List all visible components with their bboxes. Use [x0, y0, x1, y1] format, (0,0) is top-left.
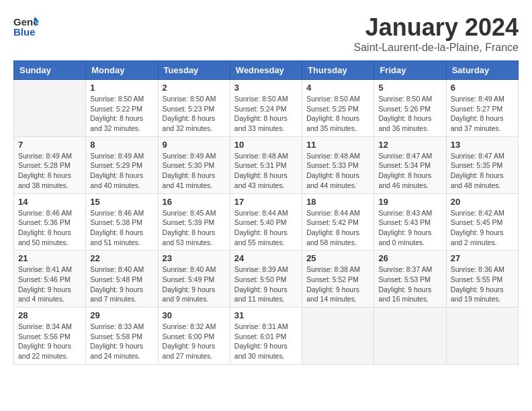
calendar-cell: 18Sunrise: 8:44 AM Sunset: 5:42 PM Dayli… — [302, 193, 374, 250]
day-number: 28 — [18, 310, 81, 320]
day-info: Sunrise: 8:46 AM Sunset: 5:38 PM Dayligh… — [90, 208, 153, 248]
day-number: 8 — [90, 140, 153, 150]
day-info: Sunrise: 8:42 AM Sunset: 5:45 PM Dayligh… — [451, 208, 514, 248]
calendar-cell: 12Sunrise: 8:47 AM Sunset: 5:34 PM Dayli… — [374, 136, 446, 193]
day-info: Sunrise: 8:48 AM Sunset: 5:33 PM Dayligh… — [306, 151, 369, 191]
calendar-cell: 11Sunrise: 8:48 AM Sunset: 5:33 PM Dayli… — [302, 136, 374, 193]
calendar-cell: 3Sunrise: 8:50 AM Sunset: 5:24 PM Daylig… — [230, 80, 302, 137]
weekday-header-monday: Monday — [86, 61, 158, 80]
calendar-cell: 25Sunrise: 8:38 AM Sunset: 5:52 PM Dayli… — [302, 250, 374, 308]
calendar-cell: 2Sunrise: 8:50 AM Sunset: 5:23 PM Daylig… — [158, 80, 230, 137]
calendar-cell: 29Sunrise: 8:33 AM Sunset: 5:58 PM Dayli… — [86, 308, 158, 365]
week-row-2: 7Sunrise: 8:49 AM Sunset: 5:28 PM Daylig… — [14, 136, 519, 193]
week-row-1: 1Sunrise: 8:50 AM Sunset: 5:22 PM Daylig… — [14, 80, 519, 137]
svg-text:Blue: Blue — [13, 26, 36, 38]
calendar-cell: 22Sunrise: 8:40 AM Sunset: 5:48 PM Dayli… — [86, 250, 158, 308]
day-number: 14 — [18, 197, 81, 207]
weekday-header-wednesday: Wednesday — [230, 61, 302, 80]
day-info: Sunrise: 8:39 AM Sunset: 5:50 PM Dayligh… — [234, 265, 298, 304]
calendar-cell: 31Sunrise: 8:31 AM Sunset: 6:01 PM Dayli… — [230, 308, 302, 365]
day-number: 13 — [451, 140, 514, 150]
day-number: 11 — [306, 140, 369, 150]
day-info: Sunrise: 8:37 AM Sunset: 5:53 PM Dayligh… — [378, 265, 441, 304]
day-info: Sunrise: 8:48 AM Sunset: 5:31 PM Dayligh… — [234, 151, 298, 191]
day-info: Sunrise: 8:47 AM Sunset: 5:35 PM Dayligh… — [451, 151, 514, 191]
day-info: Sunrise: 8:49 AM Sunset: 5:27 PM Dayligh… — [451, 94, 514, 134]
calendar-body: 1Sunrise: 8:50 AM Sunset: 5:22 PM Daylig… — [14, 80, 519, 365]
day-number: 2 — [163, 83, 226, 93]
day-number: 7 — [18, 140, 81, 150]
day-number: 5 — [378, 83, 441, 93]
calendar-cell — [302, 308, 374, 365]
logo-icon: General Blue — [13, 13, 39, 39]
week-row-5: 28Sunrise: 8:34 AM Sunset: 5:56 PM Dayli… — [14, 308, 519, 365]
calendar-cell: 15Sunrise: 8:46 AM Sunset: 5:38 PM Dayli… — [86, 193, 158, 250]
calendar-cell: 21Sunrise: 8:41 AM Sunset: 5:46 PM Dayli… — [14, 250, 86, 308]
day-info: Sunrise: 8:38 AM Sunset: 5:52 PM Dayligh… — [306, 265, 369, 304]
day-info: Sunrise: 8:40 AM Sunset: 5:49 PM Dayligh… — [163, 265, 226, 304]
day-number: 21 — [18, 253, 81, 263]
day-number: 1 — [90, 83, 153, 93]
day-info: Sunrise: 8:44 AM Sunset: 5:40 PM Dayligh… — [234, 208, 298, 248]
day-number: 26 — [378, 253, 441, 263]
day-number: 15 — [90, 197, 153, 207]
calendar-cell: 19Sunrise: 8:43 AM Sunset: 5:43 PM Dayli… — [374, 193, 446, 250]
calendar-cell: 24Sunrise: 8:39 AM Sunset: 5:50 PM Dayli… — [230, 250, 302, 308]
day-info: Sunrise: 8:44 AM Sunset: 5:42 PM Dayligh… — [306, 208, 369, 248]
calendar-cell — [374, 308, 446, 365]
logo: General Blue — [13, 13, 39, 39]
calendar-cell: 17Sunrise: 8:44 AM Sunset: 5:40 PM Dayli… — [230, 193, 302, 250]
day-number: 19 — [378, 197, 441, 207]
calendar-cell: 30Sunrise: 8:32 AM Sunset: 6:00 PM Dayli… — [158, 308, 230, 365]
day-number: 24 — [234, 253, 298, 263]
page-header: General Blue January 2024 Saint-Laurent-… — [13, 13, 519, 54]
title-section: January 2024 Saint-Laurent-de-la-Plaine,… — [354, 13, 519, 54]
day-number: 20 — [451, 197, 514, 207]
day-info: Sunrise: 8:36 AM Sunset: 5:55 PM Dayligh… — [451, 265, 514, 304]
day-number: 12 — [378, 140, 441, 150]
calendar-cell: 8Sunrise: 8:49 AM Sunset: 5:29 PM Daylig… — [86, 136, 158, 193]
weekday-row: SundayMondayTuesdayWednesdayThursdayFrid… — [14, 61, 519, 80]
calendar-header: SundayMondayTuesdayWednesdayThursdayFrid… — [14, 61, 519, 80]
day-number: 25 — [306, 253, 369, 263]
day-number: 22 — [90, 253, 153, 263]
day-number: 4 — [306, 83, 369, 93]
day-number: 30 — [163, 310, 226, 320]
calendar-cell: 10Sunrise: 8:48 AM Sunset: 5:31 PM Dayli… — [230, 136, 302, 193]
location: Saint-Laurent-de-la-Plaine, France — [354, 42, 519, 54]
calendar-cell: 28Sunrise: 8:34 AM Sunset: 5:56 PM Dayli… — [14, 308, 86, 365]
calendar-cell: 27Sunrise: 8:36 AM Sunset: 5:55 PM Dayli… — [446, 250, 518, 308]
day-info: Sunrise: 8:32 AM Sunset: 6:00 PM Dayligh… — [163, 322, 226, 361]
calendar-cell: 16Sunrise: 8:45 AM Sunset: 5:39 PM Dayli… — [158, 193, 230, 250]
day-number: 3 — [234, 83, 298, 93]
calendar-cell: 6Sunrise: 8:49 AM Sunset: 5:27 PM Daylig… — [446, 80, 518, 137]
calendar-cell: 4Sunrise: 8:50 AM Sunset: 5:25 PM Daylig… — [302, 80, 374, 137]
week-row-4: 21Sunrise: 8:41 AM Sunset: 5:46 PM Dayli… — [14, 250, 519, 308]
calendar-cell: 23Sunrise: 8:40 AM Sunset: 5:49 PM Dayli… — [158, 250, 230, 308]
day-info: Sunrise: 8:50 AM Sunset: 5:23 PM Dayligh… — [163, 94, 226, 134]
calendar-cell: 5Sunrise: 8:50 AM Sunset: 5:26 PM Daylig… — [374, 80, 446, 137]
calendar-cell: 26Sunrise: 8:37 AM Sunset: 5:53 PM Dayli… — [374, 250, 446, 308]
calendar-cell: 14Sunrise: 8:46 AM Sunset: 5:36 PM Dayli… — [14, 193, 86, 250]
day-info: Sunrise: 8:50 AM Sunset: 5:24 PM Dayligh… — [234, 94, 298, 134]
day-info: Sunrise: 8:34 AM Sunset: 5:56 PM Dayligh… — [18, 322, 81, 361]
day-info: Sunrise: 8:49 AM Sunset: 5:30 PM Dayligh… — [163, 151, 226, 191]
weekday-header-saturday: Saturday — [446, 61, 518, 80]
day-number: 6 — [451, 83, 514, 93]
day-number: 10 — [234, 140, 298, 150]
day-number: 27 — [451, 253, 514, 263]
day-info: Sunrise: 8:50 AM Sunset: 5:26 PM Dayligh… — [378, 94, 441, 134]
day-number: 29 — [90, 310, 153, 320]
day-number: 17 — [234, 197, 298, 207]
day-number: 31 — [234, 310, 298, 320]
day-info: Sunrise: 8:45 AM Sunset: 5:39 PM Dayligh… — [163, 208, 226, 248]
day-info: Sunrise: 8:40 AM Sunset: 5:48 PM Dayligh… — [90, 265, 153, 304]
calendar-cell: 9Sunrise: 8:49 AM Sunset: 5:30 PM Daylig… — [158, 136, 230, 193]
weekday-header-sunday: Sunday — [14, 61, 86, 80]
calendar-cell: 7Sunrise: 8:49 AM Sunset: 5:28 PM Daylig… — [14, 136, 86, 193]
day-info: Sunrise: 8:49 AM Sunset: 5:29 PM Dayligh… — [90, 151, 153, 191]
calendar-cell: 13Sunrise: 8:47 AM Sunset: 5:35 PM Dayli… — [446, 136, 518, 193]
day-number: 9 — [163, 140, 226, 150]
day-info: Sunrise: 8:47 AM Sunset: 5:34 PM Dayligh… — [378, 151, 441, 191]
day-number: 23 — [163, 253, 226, 263]
